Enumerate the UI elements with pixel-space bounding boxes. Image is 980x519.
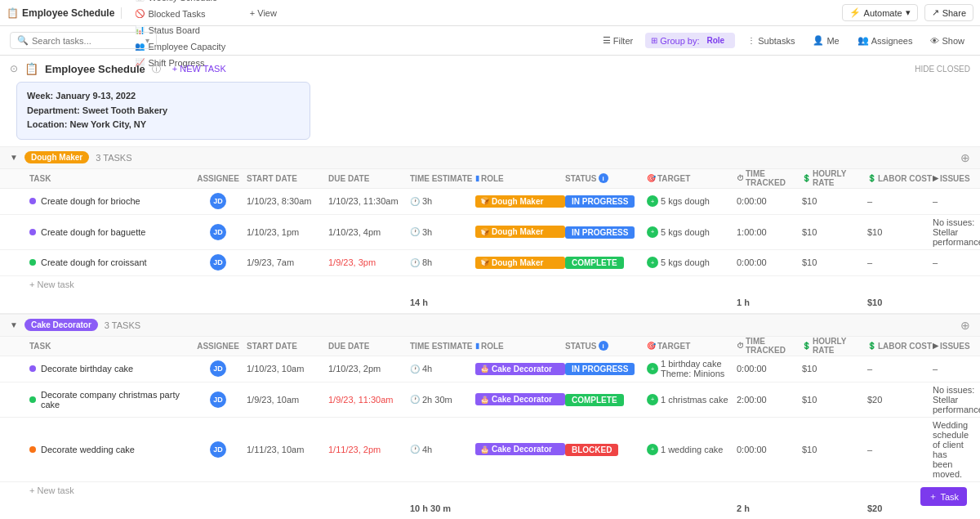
task-role-cell: 🍞 Dough Maker (475, 257, 565, 269)
col-header-target: 🎯TARGET (647, 174, 737, 183)
task-status-badge[interactable]: COMPLETE (565, 257, 624, 269)
task-tracked-cell: 0:00:00 (737, 257, 802, 267)
task-hourly-cell: $10 (802, 227, 867, 237)
task-role-badge: 🍞 Dough Maker (475, 195, 565, 208)
group-by-button[interactable]: ⊞ Group by: Role (645, 33, 735, 48)
task-name-cell: Decorate wedding cake (10, 445, 189, 454)
col-header-labor: 💲LABOR COST (867, 342, 933, 351)
me-label: Me (826, 36, 839, 46)
role-emoji: 🎂 (480, 396, 489, 404)
add-view-button[interactable]: + View (245, 6, 282, 20)
col-task-label: TASK (29, 342, 51, 351)
clock-icon: 🕐 (410, 395, 420, 404)
search-box[interactable]: 🔍 ▾ (10, 32, 157, 49)
location-label: Location: (27, 119, 68, 129)
week-value: January 9-13, 2022 (56, 91, 136, 101)
col-header-labor: 💲LABOR COST (867, 174, 933, 183)
collapse-icon[interactable]: ⊙ (10, 63, 18, 74)
task-issues-cell: – (933, 257, 946, 267)
task-avatar: JD (210, 224, 226, 240)
nav-tab-weekly-schedule[interactable]: 📅Weekly Schedule (128, 0, 241, 6)
col-header-due: DUE DATE (328, 174, 410, 183)
task-time-est-cell: 🕐4h (410, 445, 475, 454)
group-collapse-icon[interactable]: ▼ (10, 320, 18, 329)
task-status-badge[interactable]: IN PROGRESS (565, 195, 635, 208)
task-row: Decorate company christmas party cake JD… (0, 383, 980, 418)
filter-button[interactable]: ☰ Filter (597, 33, 639, 48)
task-name-cell: Create dough for croissant (10, 257, 189, 267)
task-color-dot (29, 229, 36, 235)
task-hourly-cell: $10 (802, 445, 867, 454)
task-row: Decorate birthday cake JD 1/10/23, 10am … (0, 356, 980, 383)
task-issues-cell: – (933, 196, 946, 206)
col-header-tracked: ⏱TIME TRACKED (737, 337, 802, 355)
filter-label: Filter (613, 36, 633, 46)
task-labor-cell: $20 (867, 395, 933, 405)
task-start-cell: 1/10/23, 8:30am (247, 196, 328, 206)
top-nav: 📋 Employee Schedule 🏠Getting Started Gui… (0, 0, 980, 26)
task-role-badge: 🎂 Cake Decorator (475, 443, 565, 455)
new-task-button[interactable]: + NEW TASK (167, 62, 231, 75)
summary-row-cake-decorator: 10 h 30 m 2 h $20 (0, 499, 980, 519)
automate-button[interactable]: ⚡ Automate ▾ (842, 4, 918, 21)
task-due-cell: 1/9/23, 11:30am (328, 395, 410, 405)
task-name-label[interactable]: Decorate birthday cake (41, 364, 133, 374)
assignees-button[interactable]: 👥 Assignees (852, 33, 919, 48)
automate-icon: ⚡ (849, 7, 861, 18)
task-color-dot (29, 446, 36, 453)
automate-label: Automate (864, 8, 902, 18)
task-name-label[interactable]: Create dough for brioche (41, 196, 140, 206)
add-task-row-dough-maker[interactable]: + New task (0, 276, 980, 293)
target-check-icon: + (647, 226, 658, 238)
week-info-card: Week: January 9-13, 2022 Department: Swe… (16, 82, 310, 140)
task-name-label[interactable]: Create dough for croissant (41, 257, 147, 267)
search-input[interactable] (32, 36, 142, 46)
group-count-cake-decorator: 3 TASKS (105, 320, 140, 330)
task-status-badge[interactable]: BLOCKED (565, 444, 618, 456)
col-header-issues: ▶ISSUES (933, 174, 970, 183)
group-options-icon[interactable]: ⊕ (960, 319, 970, 332)
col-header-issues: ▶ISSUES (933, 342, 970, 351)
task-name-cell: Decorate birthday cake (10, 364, 189, 374)
task-name-label[interactable]: Decorate company christmas party cake (41, 390, 189, 409)
share-button[interactable]: ↗ Share (924, 4, 973, 21)
add-task-button[interactable]: ＋ Task (920, 487, 967, 506)
task-tracked-cell: 0:00:00 (737, 196, 802, 206)
assignees-icon: 👥 (858, 35, 869, 46)
group-collapse-icon[interactable]: ▼ (10, 153, 18, 162)
role-emoji: 🍞 (480, 258, 489, 266)
task-status-badge[interactable]: IN PROGRESS (565, 363, 635, 375)
group-options-icon[interactable]: ⊕ (960, 151, 970, 164)
plus-icon: ＋ (929, 490, 938, 503)
task-labor-cell: $10 (867, 227, 933, 237)
target-check-icon: + (647, 444, 658, 455)
task-name-cell: Decorate company christmas party cake (10, 390, 189, 409)
subtasks-button[interactable]: ⋮ Subtasks (742, 34, 800, 48)
clock-icon: 🕐 (410, 258, 420, 267)
task-role-badge: 🍞 Dough Maker (475, 226, 565, 238)
nav-tab-blocked-tasks[interactable]: 🚫Blocked Tasks (128, 6, 241, 22)
task-name-label[interactable]: Decorate wedding cake (41, 445, 135, 454)
info-icon[interactable]: ⓘ (152, 63, 161, 75)
col-header-hourly: 💲HOURLY RATE (802, 169, 867, 187)
subtasks-label: Subtasks (758, 36, 795, 46)
task-assignee-cell: JD (189, 441, 247, 458)
task-status-badge[interactable]: COMPLETE (565, 394, 624, 406)
target-check-icon: + (647, 394, 658, 405)
task-time-est-cell: 🕐8h (410, 257, 475, 267)
add-task-row-cake-decorator[interactable]: + New task (0, 482, 980, 499)
col-header-role: ▮ROLE (475, 174, 565, 183)
task-color-dot (29, 198, 36, 204)
task-hourly-cell: $10 (802, 257, 867, 267)
show-label: Show (942, 36, 964, 46)
summary-time-est: 10 h 30 m (410, 503, 475, 513)
task-status-badge[interactable]: IN PROGRESS (565, 226, 635, 239)
group-by-icon: ⊞ (651, 36, 657, 45)
hide-closed-button[interactable]: HIDE CLOSED (915, 65, 970, 74)
task-name-label[interactable]: Create dough for baguette (41, 227, 145, 237)
show-button[interactable]: 👁 Show (924, 34, 970, 48)
task-start-cell: 1/11/23, 10am (247, 445, 328, 454)
col-header-start: START DATE (247, 342, 328, 351)
task-name-cell: Create dough for brioche (10, 196, 189, 206)
me-button[interactable]: 👤 Me (807, 33, 844, 48)
